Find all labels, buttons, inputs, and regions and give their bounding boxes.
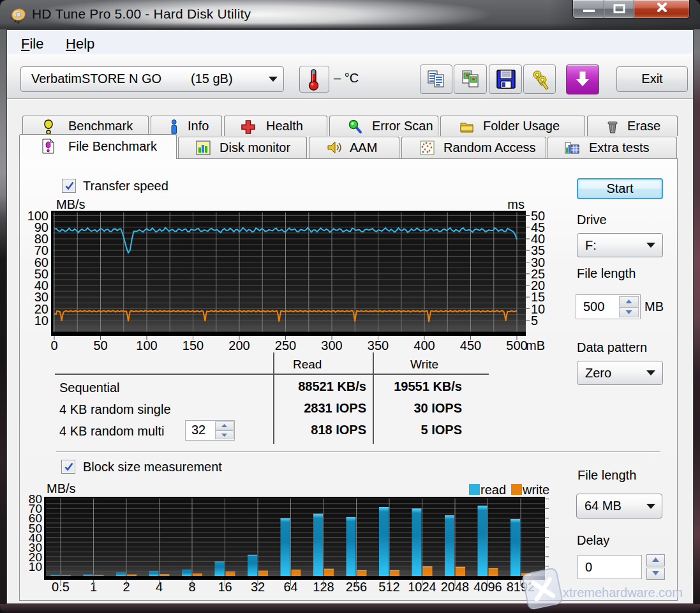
svg-text:mB: mB xyxy=(526,338,545,352)
svg-text:50: 50 xyxy=(93,338,107,352)
svg-text:MB/s: MB/s xyxy=(47,481,76,496)
svg-text:10: 10 xyxy=(34,314,48,328)
svg-text:250: 250 xyxy=(275,338,296,352)
svg-text:read: read xyxy=(480,483,506,497)
svg-text:write: write xyxy=(522,483,549,497)
svg-text:5: 5 xyxy=(531,314,538,328)
svg-text:300: 300 xyxy=(321,338,342,352)
svg-text:10: 10 xyxy=(29,560,42,573)
svg-text:ms: ms xyxy=(507,197,525,211)
svg-text:MB/s: MB/s xyxy=(56,197,86,211)
svg-text:450: 450 xyxy=(460,338,481,352)
svg-text:350: 350 xyxy=(368,338,389,352)
svg-text:200: 200 xyxy=(228,338,249,352)
svg-text:100: 100 xyxy=(136,338,157,352)
svg-text:400: 400 xyxy=(413,338,435,352)
svg-text:150: 150 xyxy=(182,338,204,352)
svg-text:0: 0 xyxy=(50,338,57,352)
svg-text:500: 500 xyxy=(506,338,527,352)
